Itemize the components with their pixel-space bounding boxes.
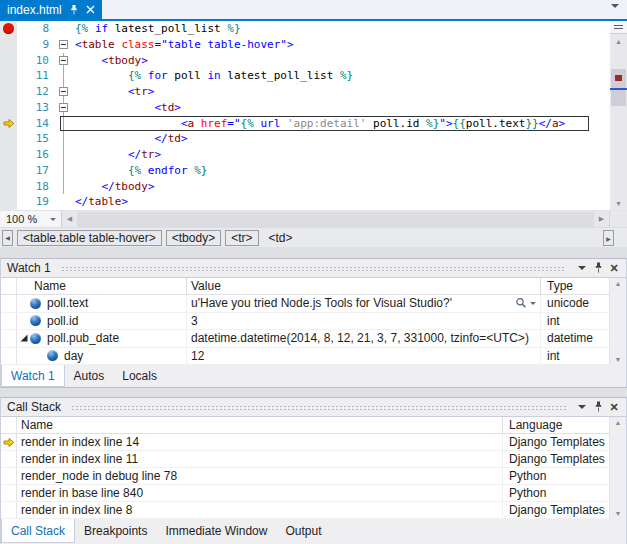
document-tab[interactable]: index.html [0,0,102,19]
scroll-right-arrow-icon[interactable]: ▶ [594,215,609,223]
code-line[interactable]: 10 <tbody> [0,53,610,69]
fold-collapse-icon[interactable] [59,103,68,112]
breadcrumb-item[interactable]: <td> [263,230,299,246]
code-text[interactable]: {% if latest_poll_list %} [72,21,241,37]
editor-vertical-scrollbar[interactable]: ▲ ▼ [610,21,627,210]
watch-col-type[interactable]: Type [541,278,609,294]
watch-tab-autos[interactable]: Autos [65,365,114,387]
watch-row[interactable]: poll.pub_datedatetime.datetime(2014, 8, … [1,330,609,348]
code-text[interactable]: <td> [72,100,181,116]
close-icon[interactable]: ✕ [606,261,622,276]
code-text[interactable]: <tbody> [72,53,148,69]
watch-tab-locals[interactable]: Locals [113,365,166,387]
code-line[interactable]: 16 </tr> [0,147,610,163]
fold-margin[interactable] [57,53,72,69]
breakpoint-margin[interactable] [0,53,17,69]
code-line[interactable]: 9<table class="table table-hover"> [0,37,610,53]
fold-collapse-icon[interactable] [59,56,68,65]
callstack-frame-row[interactable]: render_node in debug line 78Python [1,468,609,485]
breakpoint-margin[interactable] [0,84,17,100]
watch-value-cell[interactable]: 3 [187,313,541,330]
scrollbar-track[interactable] [610,49,627,196]
callstack-col-language[interactable]: Language [503,417,609,433]
watch-name-cell[interactable]: poll.pub_date [17,330,187,347]
watch-title-bar[interactable]: Watch 1 ✕ [1,259,626,277]
visualizer-dropdown-icon[interactable] [530,302,536,308]
breakpoint-margin[interactable] [0,163,17,179]
callstack-scrollbar[interactable]: ▲ ▼ [609,417,626,519]
breakpoint-margin[interactable] [0,147,17,163]
code-line[interactable]: 8{% if latest_poll_list %} [0,21,610,37]
watch-value-cell[interactable]: 12 [187,348,541,365]
breadcrumb-left-arrow-icon[interactable]: ◀ [2,230,13,246]
scroll-up-arrow-icon[interactable]: ▲ [610,280,626,287]
callstack-frame-row[interactable]: render in base line 840Python [1,485,609,502]
callstack-tab-output[interactable]: Output [276,519,330,543]
breadcrumb-item[interactable]: <tbody> [166,230,221,246]
code-text[interactable]: <a href="{% url 'app:detail' poll.id %}"… [72,116,565,132]
expander[interactable] [17,333,30,343]
pin-icon[interactable] [590,261,606,276]
scroll-up-arrow-icon[interactable]: ▲ [610,419,626,426]
fold-collapse-icon[interactable] [59,40,68,49]
breakpoint-margin[interactable] [0,68,17,84]
code-line[interactable]: 13 <td> [0,100,610,116]
callstack-tab-call-stack[interactable]: Call Stack [1,519,75,543]
code-text[interactable]: {% for poll in latest_poll_list %} [72,68,353,84]
close-icon[interactable]: ✕ [606,400,622,415]
code-line[interactable]: 19</table> [0,194,610,210]
expand-collapse-icon[interactable] [19,333,29,343]
tab-strip-dropdown-icon[interactable] [611,4,619,12]
fold-margin[interactable] [57,37,72,53]
callstack-title-bar[interactable]: Call Stack ✕ [1,398,626,416]
watch-scrollbar[interactable]: ▲ ▼ [609,278,626,365]
zoom-select[interactable]: 100 % [0,211,62,227]
breakpoint-margin[interactable] [0,194,17,210]
scroll-up-arrow-icon[interactable]: ▲ [610,34,627,48]
value-visualizer[interactable] [515,297,540,309]
scroll-down-arrow-icon[interactable]: ▼ [610,196,627,210]
watch-name-cell[interactable]: day [17,348,187,365]
pin-icon[interactable] [69,4,79,15]
code-text[interactable]: </tr> [72,147,161,163]
watch-row[interactable]: day12int [1,348,609,366]
code-line[interactable]: 11 {% for poll in latest_poll_list %} [0,68,610,84]
scroll-left-arrow-icon[interactable]: ◀ [62,215,77,223]
code-text[interactable]: </tbody> [72,179,155,195]
code-line[interactable]: 18 </tbody> [0,179,610,195]
code-text[interactable]: </table> [72,194,128,210]
code-text[interactable]: </td> [72,131,188,147]
breadcrumb-right-arrow-icon[interactable]: ▶ [603,230,614,246]
horizontal-scrollbar-thumb[interactable] [77,212,594,227]
callstack-frame-row[interactable]: render in index line 11Django Templates [1,451,609,468]
breakpoint-margin[interactable] [0,131,17,147]
callstack-tab-breakpoints[interactable]: Breakpoints [75,519,156,543]
breakpoint-margin[interactable] [0,21,17,37]
callstack-tab-immediate-window[interactable]: Immediate Window [156,519,276,543]
breakpoint-margin[interactable] [0,179,17,195]
watch-row[interactable]: poll.id3int [1,313,609,331]
code-line[interactable]: 14 <a href="{% url 'app:detail' poll.id … [0,116,610,132]
fold-margin[interactable] [57,84,72,100]
close-icon[interactable] [86,5,95,14]
code-lines[interactable]: 8{% if latest_poll_list %}9<table class=… [0,21,610,210]
code-line[interactable]: 15 </td> [0,131,610,147]
panel-splitter[interactable] [0,388,627,397]
callstack-col-name[interactable]: Name [17,417,503,433]
split-editor-handle-icon[interactable] [610,21,627,34]
code-text[interactable]: {% endfor %} [72,163,207,179]
window-position-icon[interactable] [574,400,590,415]
panel-splitter[interactable] [0,247,627,258]
watch-row[interactable]: poll.textu'Have you tried Node.js Tools … [1,295,609,313]
watch-col-value[interactable]: Value [187,278,541,294]
watch-col-name[interactable]: Name [17,278,187,294]
breakpoint-margin[interactable] [0,37,17,53]
fold-margin[interactable] [57,100,72,116]
code-line[interactable]: 12 <tr> [0,84,610,100]
callstack-frame-row[interactable]: render in index line 14Django Templates [1,434,609,451]
code-line[interactable]: 17 {% endfor %} [0,163,610,179]
breadcrumb-item[interactable]: <table.table table-hover> [17,230,162,246]
watch-tab-watch-1[interactable]: Watch 1 [1,365,65,387]
window-position-icon[interactable] [574,261,590,276]
code-text[interactable]: <table class="table table-hover"> [72,37,294,53]
